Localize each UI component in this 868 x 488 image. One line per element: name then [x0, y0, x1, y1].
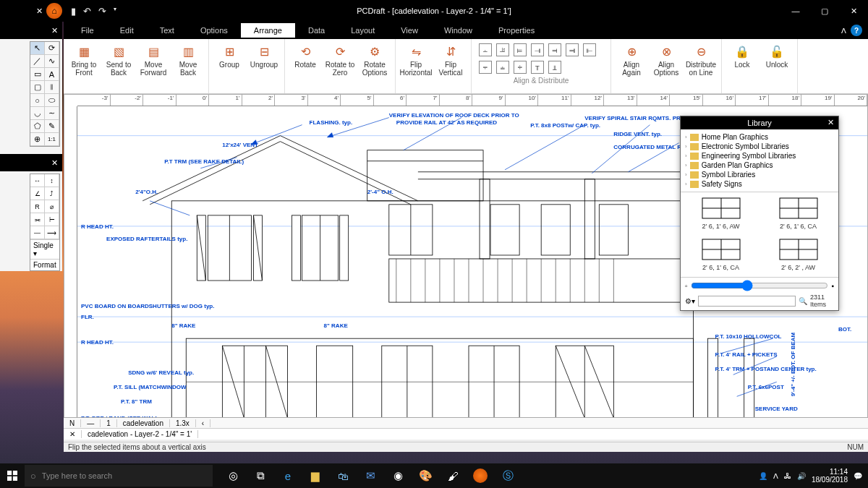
move-forward-button[interactable]: ▤MoveForward [137, 42, 169, 77]
dim-format-button[interactable]: Format [30, 259, 59, 270]
ribbon-collapse-icon[interactable]: ᐱ [841, 27, 846, 35]
align-center-icon[interactable]: ⫡ [496, 43, 509, 56]
tray-people-icon[interactable]: 👤 [759, 472, 767, 480]
library-thumb[interactable]: 2' 6, 1' 6, AW [684, 195, 758, 234]
tool-dimension[interactable]: ⦀ [45, 81, 59, 94]
qat-save-icon[interactable]: ▮ [71, 6, 76, 17]
unlock-button[interactable]: 🔓Unlock [761, 42, 793, 69]
dist-c-icon[interactable]: ⫪ [531, 61, 544, 74]
tray-network-icon[interactable]: 🖧 [784, 472, 791, 480]
align-top-icon[interactable]: ⫣ [531, 43, 544, 56]
tray-up-icon[interactable]: ᐱ [773, 472, 778, 480]
library-folder[interactable]: ›Symbol Libraries [685, 170, 834, 179]
explorer-icon[interactable]: ▆ [302, 463, 328, 488]
panel-close-icon[interactable]: ✕ [0, 7, 36, 16]
thumb-size-slider[interactable] [691, 280, 829, 291]
menu-options[interactable]: Options [187, 23, 241, 38]
tool-round-rect[interactable]: ▢ [30, 81, 45, 94]
dim-diameter[interactable]: ⌀ [45, 200, 59, 213]
dim-radius[interactable]: R [30, 200, 45, 213]
ungroup-button[interactable]: ⊟Ungroup [248, 42, 280, 69]
menu-edit[interactable]: Edit [107, 23, 147, 38]
dim-vert[interactable]: ↕ [45, 174, 59, 187]
library-thumb[interactable]: 2' 6, 1' 6, CA [684, 236, 758, 275]
dim-style2[interactable]: ⟶ [45, 226, 59, 239]
pcdraft-icon[interactable] [467, 463, 493, 488]
rotate-button[interactable]: ⟲Rotate [289, 42, 321, 69]
tool-ellipse[interactable]: ⬭ [45, 94, 59, 107]
tool-polygon[interactable]: ⬠ [30, 120, 45, 133]
tray-volume-icon[interactable]: 🔊 [797, 472, 806, 480]
menu-data[interactable]: Data [295, 23, 338, 38]
qat-undo-icon[interactable]: ↶ [83, 6, 91, 17]
dim-horiz[interactable]: ↔ [30, 174, 45, 187]
menu-file[interactable]: File [68, 23, 107, 38]
flip-vertical-button[interactable]: ⇵FlipVertical [435, 42, 467, 77]
library-folder[interactable]: ›Electronic Symbol Libraries [685, 142, 834, 151]
tray-notifications-icon[interactable]: 💬 [854, 472, 862, 480]
maximize-button[interactable]: ▢ [810, 0, 839, 22]
menu-text[interactable]: Text [147, 23, 187, 38]
bring-to-front-button[interactable]: ▦Bring toFront [68, 42, 100, 77]
menu-properties[interactable]: Properties [485, 23, 548, 38]
tool-arc[interactable]: ◡ [30, 107, 45, 120]
edge-icon[interactable]: e [275, 463, 301, 488]
rotate-options-button[interactable]: ⚙RotateOptions [359, 42, 391, 77]
library-folder[interactable]: ›Engineering Symbol Libraries [685, 151, 834, 160]
scroll-left-icon[interactable]: ‹ [196, 419, 210, 427]
dist-h-icon[interactable]: ⫦ [583, 43, 596, 56]
library-tree[interactable]: ›Home Plan Graphics›Electronic Symbol Li… [681, 129, 838, 192]
dim-style1[interactable]: — [30, 226, 45, 239]
send-to-back-button[interactable]: ▧Send toBack [103, 42, 135, 77]
tool-freehand[interactable]: ✎ [45, 120, 59, 133]
doc-name-tab[interactable]: cadelevation [117, 419, 170, 427]
dist-eq-icon[interactable]: ⫩ [514, 61, 527, 74]
menu-arrange[interactable]: Arrange [241, 23, 295, 38]
layer-tab[interactable]: cadelevation - Layer-2 - 1/4" = 1' [82, 430, 198, 438]
dist-sp-icon[interactable]: ⫨ [496, 61, 509, 74]
dim-baseline[interactable]: ⊢ [45, 213, 59, 226]
menu-layout[interactable]: Layout [338, 23, 388, 38]
zoom-level[interactable]: 1.3x [170, 419, 196, 427]
dim-chain[interactable]: ⫘ [30, 213, 45, 226]
tool-select[interactable]: ↖ [30, 42, 45, 55]
tool-point[interactable]: ⊕ [30, 133, 45, 146]
qat-dropdown-icon[interactable]: ▾ [114, 6, 116, 17]
dist-v-icon[interactable]: ⫧ [479, 61, 492, 74]
tray-clock[interactable]: 11:14 18/09/2018 [812, 468, 848, 484]
close-button[interactable]: ✕ [839, 0, 868, 22]
tab-close-icon[interactable]: ✕ [64, 430, 82, 438]
library-folder[interactable]: ›Garden Plan Graphics [685, 160, 834, 170]
dim-panel-close-icon[interactable]: ✕ [51, 158, 58, 168]
library-thumb[interactable]: 2' 6, 1' 6, CA [761, 195, 835, 234]
tool-rect[interactable]: ▭ [30, 68, 45, 81]
menu-view[interactable]: View [388, 23, 431, 38]
zoom-fit-button[interactable]: — [81, 419, 101, 427]
tool-circle[interactable]: ○ [30, 94, 45, 107]
align-left-icon[interactable]: ⫠ [479, 43, 492, 56]
distribute-line-button[interactable]: ⊖Distributeon Line [685, 42, 717, 77]
tool-line[interactable]: ／ [30, 55, 45, 68]
dist-e-icon[interactable]: ⫫ [548, 61, 561, 74]
start-button[interactable] [0, 463, 25, 488]
align-middle-icon[interactable]: ⫤ [548, 43, 561, 56]
help-button[interactable]: ? [851, 25, 862, 36]
chrome-icon[interactable]: ◉ [385, 463, 411, 488]
library-search-input[interactable] [698, 296, 796, 307]
tool-scale[interactable]: 1:1 [45, 133, 59, 146]
library-thumbnails[interactable]: 2' 6, 1' 6, AW2' 6, 1' 6, CA2' 6, 1' 6, … [681, 192, 838, 277]
library-thumb[interactable]: 2' 6, 2' , AW [761, 236, 835, 275]
tool-spline[interactable]: ∼ [45, 107, 59, 120]
minimize-button[interactable]: — [781, 0, 810, 22]
paint-icon[interactable]: 🎨 [412, 463, 438, 488]
skype-icon[interactable]: Ⓢ [495, 463, 521, 488]
move-back-button[interactable]: ▥MoveBack [172, 42, 204, 77]
flip-horizontal-button[interactable]: ⇋FlipHorizontal [400, 42, 432, 77]
align-right-icon[interactable]: ⫢ [514, 43, 527, 56]
taskview-icon[interactable]: ⧉ [247, 463, 273, 488]
align-again-button[interactable]: ⊕AlignAgain [616, 42, 647, 77]
library-folder[interactable]: ›Home Plan Graphics [685, 132, 834, 142]
zoom-out-button[interactable]: N [64, 419, 81, 427]
dim-mode-select[interactable]: Single ▾ [30, 239, 59, 259]
lock-button[interactable]: 🔒Lock [726, 42, 758, 69]
